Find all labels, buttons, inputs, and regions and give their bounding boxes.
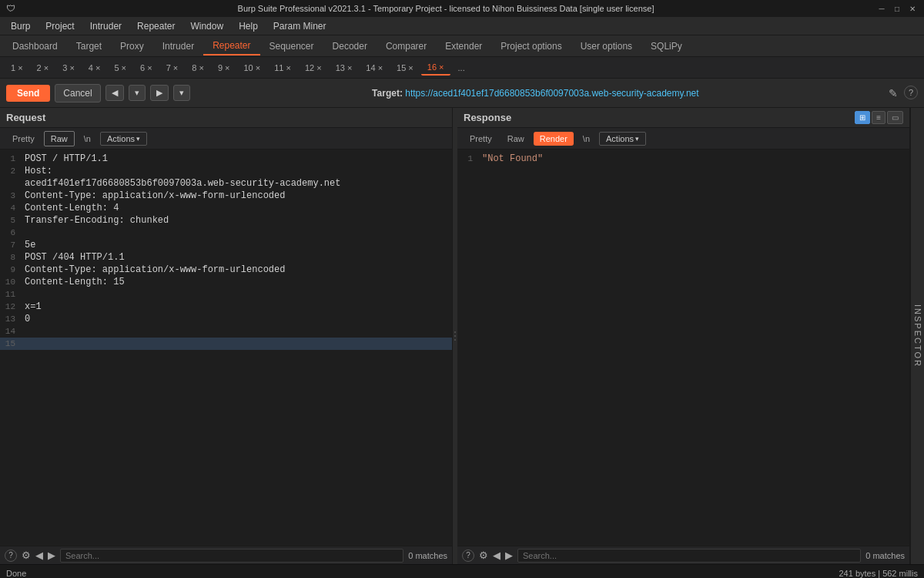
- target-prefix: Target:: [372, 88, 405, 99]
- minimize-button[interactable]: ─: [876, 3, 887, 14]
- response-content[interactable]: 1"Not Found": [457, 150, 909, 546]
- app-icon: 🛡: [6, 3, 15, 14]
- nav-tab-intruder[interactable]: Intruder: [153, 38, 203, 55]
- repeater-tab-...[interactable]: ...: [452, 61, 471, 75]
- menu-item-intruder[interactable]: Intruder: [82, 19, 129, 33]
- nav-tab-user-options[interactable]: User options: [571, 38, 641, 55]
- nav-tab-sqlipy[interactable]: SQLiPy: [641, 38, 691, 55]
- repeater-tab-12-x[interactable]: 12 ×: [299, 61, 328, 75]
- repeater-tab-13-x[interactable]: 13 ×: [330, 61, 359, 75]
- request-arrow-left-icon[interactable]: ◀: [35, 549, 43, 561]
- line-number: 7: [0, 239, 22, 251]
- nav-tab-sequencer[interactable]: Sequencer: [260, 38, 323, 55]
- drag-dot-1: [454, 331, 456, 333]
- menu-item-repeater[interactable]: Repeater: [129, 19, 182, 33]
- repeater-tab-7-x[interactable]: 7 ×: [160, 61, 185, 75]
- repeater-tab-14-x[interactable]: 14 ×: [360, 61, 389, 75]
- repeater-tab-2-x[interactable]: 2 ×: [31, 61, 55, 75]
- status-right: 241 bytes | 562 millis: [839, 569, 918, 578]
- line-content: [22, 288, 452, 301]
- nav-forward2-button[interactable]: ▾: [173, 85, 190, 101]
- status-left: Done: [6, 569, 26, 578]
- request-tab-raw[interactable]: Raw: [44, 131, 75, 146]
- nav-tab-comparer[interactable]: Comparer: [377, 38, 436, 55]
- response-tab-newline[interactable]: \n: [577, 132, 596, 146]
- line-content: [22, 227, 452, 239]
- request-settings-icon[interactable]: ⚙: [22, 549, 31, 561]
- inspector-panel[interactable]: INSPECTOR: [910, 108, 924, 564]
- send-button[interactable]: Send: [6, 85, 50, 102]
- repeater-tab-5-x[interactable]: 5 ×: [108, 61, 132, 75]
- request-help-icon[interactable]: ?: [5, 549, 17, 562]
- response-tab-render[interactable]: Render: [534, 132, 574, 146]
- line-number: 13: [0, 313, 22, 325]
- nav-tab-proxy[interactable]: Proxy: [111, 38, 153, 55]
- response-actions-button[interactable]: Actions ▾: [599, 132, 646, 146]
- nav-forward-button[interactable]: ▶: [150, 85, 169, 101]
- repeater-tab-15-x[interactable]: 15 ×: [390, 61, 420, 75]
- response-search-input[interactable]: [517, 549, 861, 563]
- request-line: 9Content-Type: application/x-www-form-ur…: [0, 264, 452, 276]
- nav-back-button[interactable]: ◀: [105, 85, 124, 101]
- drag-dot-2: [454, 335, 456, 337]
- line-number: 4: [0, 202, 22, 214]
- repeater-tab-3-x[interactable]: 3 ×: [56, 61, 81, 75]
- line-content: x=1: [22, 301, 452, 313]
- repeater-tab-4-x[interactable]: 4 ×: [82, 61, 107, 75]
- nav-tab-repeater[interactable]: Repeater: [203, 37, 259, 55]
- response-tab-raw[interactable]: Raw: [501, 132, 531, 146]
- menu-item-param miner[interactable]: Param Miner: [266, 19, 334, 33]
- view-lines-button[interactable]: ≡: [872, 111, 886, 124]
- line-number: 9: [0, 264, 22, 276]
- menu-bar: BurpProjectIntruderRepeaterWindowHelpPar…: [0, 17, 924, 35]
- request-content[interactable]: 1POST / HTTP/1.12Host:aced1f401ef17d6680…: [0, 150, 452, 546]
- nav-tab-dashboard[interactable]: Dashboard: [3, 38, 67, 55]
- nav-tab-target[interactable]: Target: [67, 38, 111, 55]
- response-panel: Response ⊞ ≡ ▭ Pretty Raw Render \n Acti…: [457, 108, 910, 564]
- title-bar: 🛡 Burp Suite Professional v2021.3.1 - Te…: [0, 0, 924, 17]
- nav-tab-project-options[interactable]: Project options: [491, 38, 571, 55]
- line-content: POST / HTTP/1.1: [22, 153, 452, 165]
- menu-item-help[interactable]: Help: [231, 19, 266, 33]
- menu-item-window[interactable]: Window: [182, 19, 231, 33]
- request-tab-newline[interactable]: \n: [78, 132, 97, 146]
- request-line: 14: [0, 325, 452, 338]
- response-arrow-left-icon[interactable]: ◀: [493, 549, 500, 561]
- nav-dropdown-button[interactable]: ▾: [129, 85, 146, 101]
- repeater-tab-11-x[interactable]: 11 ×: [268, 61, 297, 75]
- close-button[interactable]: ✕: [907, 3, 918, 14]
- nav-tab-extender[interactable]: Extender: [436, 38, 491, 55]
- repeater-tab-8-x[interactable]: 8 ×: [186, 61, 210, 75]
- status-bar: Done 241 bytes | 562 millis: [0, 564, 924, 578]
- menu-item-burp[interactable]: Burp: [3, 19, 38, 33]
- help-button[interactable]: ?: [904, 86, 918, 99]
- request-actions-button[interactable]: Actions ▾: [100, 132, 147, 146]
- drag-dot-3: [454, 339, 456, 341]
- maximize-button[interactable]: □: [892, 3, 902, 14]
- response-settings-icon[interactable]: ⚙: [479, 549, 488, 561]
- line-number: 10: [0, 276, 22, 288]
- edit-target-button[interactable]: ✎: [886, 86, 901, 101]
- line-number: 1: [0, 153, 22, 165]
- request-search-input[interactable]: [60, 549, 403, 563]
- request-line: 2Host:: [0, 165, 452, 177]
- request-tab-pretty[interactable]: Pretty: [6, 132, 41, 146]
- repeater-tab-16-x[interactable]: 16 ×: [421, 60, 450, 76]
- request-arrow-right-icon[interactable]: ▶: [48, 549, 55, 561]
- menu-item-project[interactable]: Project: [38, 19, 82, 33]
- request-line: 4Content-Length: 4: [0, 202, 452, 214]
- cancel-button[interactable]: Cancel: [55, 84, 100, 102]
- repeater-tab-6-x[interactable]: 6 ×: [134, 61, 159, 75]
- line-number: 3: [0, 190, 22, 202]
- response-help-icon[interactable]: ?: [462, 549, 474, 562]
- repeater-tab-9-x[interactable]: 9 ×: [212, 61, 236, 75]
- request-footer: ? ⚙ ◀ ▶ 0 matches: [0, 546, 452, 564]
- response-tab-pretty[interactable]: Pretty: [464, 132, 498, 146]
- repeater-tab-10-x[interactable]: 10 ×: [237, 61, 266, 75]
- response-arrow-right-icon[interactable]: ▶: [505, 549, 513, 561]
- view-full-button[interactable]: ▭: [887, 111, 903, 124]
- nav-tab-decoder[interactable]: Decoder: [323, 38, 377, 55]
- repeater-tab-1-x[interactable]: 1 ×: [5, 61, 29, 75]
- line-number: 11: [0, 288, 22, 301]
- view-grid-button[interactable]: ⊞: [855, 111, 870, 124]
